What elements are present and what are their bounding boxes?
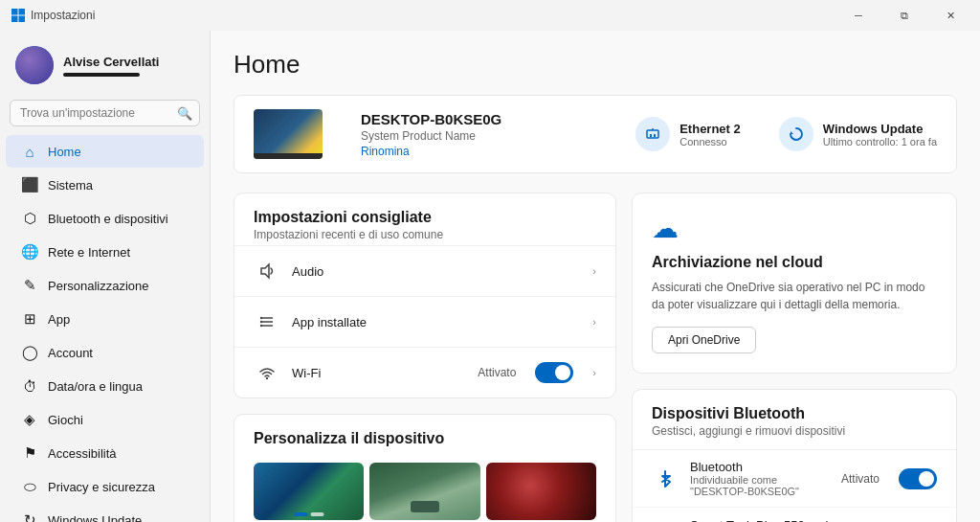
cloud-desc: Assicurati che OneDrive sia operativo ne… <box>652 279 937 313</box>
wallpaper-2[interactable] <box>369 463 479 520</box>
wifi-value: Attivato <box>478 366 516 379</box>
bt-smart-tank-name: Smart Tank Plus 550 series <box>690 518 906 523</box>
svg-rect-4 <box>647 130 658 138</box>
main-layout: Alvise Cervellati 🔍 ⌂Home⬛Sistema⬡Blueto… <box>0 31 980 522</box>
minimize-button[interactable]: ─ <box>836 0 880 31</box>
bt-main-device[interactable]: Bluetooth Individuabile come "DESKTOP-B0… <box>633 450 956 508</box>
restore-button[interactable]: ⧉ <box>882 0 926 31</box>
rete-nav-icon: 🌐 <box>21 243 38 261</box>
svg-point-15 <box>260 325 262 327</box>
update-status-text: Ultimo controllo: 1 ora fa <box>823 136 937 148</box>
privacy-nav-icon: ⬭ <box>21 478 38 495</box>
content-area: Home DESKTOP-B0KSE0G System Product Name… <box>211 31 980 522</box>
sidebar-item-privacy[interactable]: ⬭Privacy e sicurezza <box>6 470 204 503</box>
bluetooth-toggle[interactable] <box>899 468 937 489</box>
cloud-title: Archiviazione nel cloud <box>652 254 937 271</box>
bt-main-info: Bluetooth Individuabile come "DESKTOP-B0… <box>690 460 830 497</box>
sidebar-item-data[interactable]: ⏱Data/ora e lingua <box>6 370 204 402</box>
sidebar-item-home[interactable]: ⌂Home <box>6 135 204 168</box>
app-nav-label: App <box>48 312 70 327</box>
wifi-toggle[interactable] <box>535 362 573 383</box>
search-input[interactable] <box>10 100 200 126</box>
audio-icon <box>254 258 280 284</box>
wifi-label: Wi-Fi <box>292 366 466 380</box>
titlebar: Impostazioni ─ ⧉ ✕ <box>0 0 980 31</box>
network-status-text: Connesso <box>679 136 741 148</box>
privacy-nav-label: Privacy e sicurezza <box>48 480 155 494</box>
sidebar-item-update[interactable]: ↻Windows Update <box>6 504 204 522</box>
wallpaper-1[interactable] <box>254 463 364 520</box>
bt-smart-tank[interactable]: Smart Tank Plus 550 series Associato ••• <box>633 508 956 522</box>
sidebar-item-sistema[interactable]: ⬛Sistema <box>6 169 204 201</box>
sistema-nav-icon: ⬛ <box>21 176 38 193</box>
update-label: Windows Update <box>823 122 937 136</box>
giochi-nav-icon: ◈ <box>21 411 38 428</box>
personalizzazione-nav-icon: ✎ <box>21 277 38 294</box>
audio-item[interactable]: Audio › <box>234 245 615 296</box>
wallpaper-grid <box>234 451 615 522</box>
two-col-layout: Impostazioni consigliate Impostazioni re… <box>234 193 957 522</box>
wifi-item[interactable]: Wi-Fi Attivato › <box>234 347 615 397</box>
sidebar-item-personalizzazione[interactable]: ✎Personalizzazione <box>6 269 204 302</box>
app-installate-item[interactable]: App installate › <box>234 296 615 347</box>
giochi-nav-label: Giochi <box>48 413 83 427</box>
bt-main-name: Bluetooth <box>690 460 830 474</box>
network-icon <box>635 117 670 151</box>
svg-point-14 <box>260 321 262 323</box>
wallpaper-3[interactable] <box>486 463 596 520</box>
update-nav-label: Windows Update <box>48 513 142 523</box>
app-installate-label: App installate <box>292 315 581 329</box>
system-info-bar: DESKTOP-B0KSE0G System Product Name Rino… <box>234 95 957 173</box>
wifi-chevron: › <box>592 367 596 378</box>
svg-marker-8 <box>791 131 793 134</box>
svg-marker-9 <box>261 264 269 278</box>
bluetooth-subtitle: Gestisci, aggiungi e rimuovi dispositivi <box>652 424 937 438</box>
personalizzazione-nav-label: Personalizzazione <box>48 279 149 293</box>
bluetooth-header: Dispositivi Bluetooth Gestisci, aggiungi… <box>633 390 956 450</box>
svg-rect-1 <box>19 9 26 15</box>
right-panel: ☁ Archiviazione nel cloud Assicurati che… <box>632 193 957 522</box>
rename-link[interactable]: Rinomina <box>361 145 501 158</box>
bt-bluetooth-icon <box>652 465 679 492</box>
sidebar-item-bluetooth[interactable]: ⬡Bluetooth e dispositivi <box>6 202 204 235</box>
sidebar-item-rete[interactable]: 🌐Rete e Internet <box>6 236 204 268</box>
accessibilita-nav-label: Accessibilità <box>48 446 117 461</box>
wifi-icon <box>254 359 280 386</box>
sidebar-item-accessibilita[interactable]: ⚑Accessibilità <box>6 437 204 469</box>
user-info: Alvise Cervellati <box>63 55 194 77</box>
svg-rect-3 <box>19 16 26 23</box>
left-panel: Impostazioni consigliate Impostazioni re… <box>234 193 616 522</box>
svg-rect-5 <box>650 134 652 137</box>
app-nav-icon: ⊞ <box>21 310 38 328</box>
recommended-header: Impostazioni consigliate Impostazioni re… <box>234 193 615 245</box>
network-status[interactable]: Ethernet 2 Connesso <box>635 117 741 151</box>
bt-printer-icon <box>652 517 679 522</box>
audio-label: Audio <box>292 264 581 279</box>
bt-main-status: Individuabile come "DESKTOP-B0KSE0G" <box>690 474 830 497</box>
search-icon: 🔍 <box>177 106 192 121</box>
sidebar-item-app[interactable]: ⊞App <box>6 303 204 335</box>
user-profile[interactable]: Alvise Cervellati <box>0 38 210 96</box>
bt-smart-tank-info: Smart Tank Plus 550 series Associato <box>690 518 906 523</box>
recommended-card: Impostazioni consigliate Impostazioni re… <box>234 193 616 398</box>
user-bar <box>63 73 140 77</box>
bluetooth-nav-label: Bluetooth e dispositivi <box>48 212 168 226</box>
update-status[interactable]: Windows Update Ultimo controllo: 1 ora f… <box>779 117 937 151</box>
close-button[interactable]: ✕ <box>928 0 972 31</box>
home-nav-label: Home <box>48 145 81 159</box>
recommended-subtitle: Impostazioni recenti e di uso comune <box>254 228 596 241</box>
device-type: System Product Name <box>361 129 501 143</box>
bluetooth-title: Dispositivi Bluetooth <box>652 405 937 422</box>
device-image <box>254 109 323 159</box>
titlebar-left: Impostazioni <box>11 9 95 22</box>
recommended-title: Impostazioni consigliate <box>254 209 596 226</box>
account-nav-label: Account <box>48 346 93 360</box>
avatar <box>15 46 54 84</box>
sidebar-item-account[interactable]: ◯Account <box>6 336 204 369</box>
svg-point-13 <box>260 317 262 319</box>
titlebar-controls: ─ ⧉ ✕ <box>836 0 972 31</box>
update-icon <box>779 117 813 151</box>
update-nav-icon: ↻ <box>21 511 38 522</box>
open-onedrive-button[interactable]: Apri OneDrive <box>652 327 756 353</box>
sidebar-item-giochi[interactable]: ◈Giochi <box>6 403 204 436</box>
